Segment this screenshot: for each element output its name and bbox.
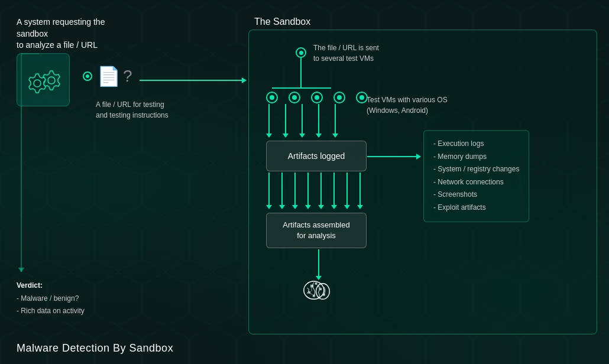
info-box: - Execution logs - Memory dumps - System… <box>423 130 529 222</box>
verdict-item-2: - Rich data on activity <box>17 305 85 317</box>
svg-rect-6 <box>319 288 322 290</box>
file-icon: 📄 <box>97 65 121 87</box>
vm-dot-1 <box>266 92 278 103</box>
h-line-vms <box>272 87 331 89</box>
arrow-assembled-down <box>316 249 322 280</box>
arrow-down2-line-1 <box>268 173 270 205</box>
vm-dot-4 <box>333 92 345 103</box>
info-item-3: - System / registry changes <box>433 163 519 176</box>
svg-rect-7 <box>308 291 310 294</box>
file-label: A file / URL for testing and testing ins… <box>96 99 169 121</box>
arrow-down2-7 <box>344 173 350 209</box>
arrow-down2-line-2 <box>281 173 283 205</box>
arrow-down-3 <box>299 104 305 138</box>
arrow-to-info-box <box>367 156 420 157</box>
arrow-assembled-line <box>318 249 319 276</box>
arrow-down-4 <box>316 104 322 138</box>
brain-icon <box>302 277 332 307</box>
artifacts-logged-box: Artifacts logged <box>266 141 367 171</box>
file-dot-circle <box>83 72 92 81</box>
arrows-down-to-assembled <box>266 173 363 209</box>
arrow-down-line-5 <box>335 104 336 134</box>
sandbox-title: The Sandbox <box>254 17 310 27</box>
send-dot <box>296 47 306 58</box>
arrow-down2-line-3 <box>294 173 296 205</box>
artifacts-logged-label: Artifacts logged <box>288 151 345 161</box>
artifacts-assembled-box: Artifacts assembled for analysis <box>266 213 367 248</box>
arrow-down2-5 <box>318 173 324 209</box>
artifacts-assembled-label: Artifacts assembled for analysis <box>283 220 349 241</box>
arrow-down-head-1 <box>266 134 272 138</box>
arrow-down2-2 <box>279 173 285 209</box>
arrow-down2-head-3 <box>292 205 298 209</box>
arrow-down2-1 <box>266 173 272 209</box>
gear-icon-box <box>17 53 70 106</box>
question-mark: ? <box>123 67 132 86</box>
arrow-down2-head-5 <box>318 205 324 209</box>
svg-line-12 <box>310 294 313 295</box>
arrow-down-line-3 <box>302 104 303 134</box>
vm-dots-row <box>266 92 368 103</box>
arrow-down2-8 <box>357 173 363 209</box>
vm-dot-5 <box>356 92 368 103</box>
arrow-down-2 <box>283 104 289 138</box>
arrow-down-line-1 <box>268 104 270 134</box>
brain-icon-box <box>302 277 332 307</box>
info-item-1: - Execution logs <box>433 138 519 151</box>
file-url-area: 📄 ? <box>83 65 132 87</box>
arrow-down2-line-7 <box>346 173 348 205</box>
info-item-2: - Memory dumps <box>433 151 519 164</box>
arrow-down-line-2 <box>285 104 286 134</box>
arrow-down2-3 <box>292 173 298 209</box>
v-line-to-vms <box>300 58 302 87</box>
arrow-down2-head-1 <box>266 205 272 209</box>
gear-icon <box>25 64 61 96</box>
page-title: Malware Detection By Sandbox <box>17 342 173 355</box>
left-section-title: A system requesting the sandbox to analy… <box>17 17 135 51</box>
svg-point-0 <box>48 77 55 84</box>
arrow-down-head-5 <box>332 134 338 138</box>
arrow-down2-line-6 <box>333 173 335 205</box>
arrow-down-5 <box>332 104 338 138</box>
arrows-down-vms <box>266 104 338 138</box>
arrow-down-head-3 <box>299 134 305 138</box>
arrow-down2-head-4 <box>305 205 311 209</box>
arrow-down2-line-4 <box>307 173 309 205</box>
arrow-down2-6 <box>331 173 337 209</box>
verdict-box: Verdict: - Malware / benign? - Rich data… <box>17 280 85 317</box>
info-item-5: - Screenshots <box>433 188 519 202</box>
send-label: The file / URL is sent to several test V… <box>313 43 379 64</box>
info-item-6: - Exploit artifacts <box>433 202 519 214</box>
arrow-down-head-4 <box>316 134 322 138</box>
verdict-title: Verdict: <box>17 280 85 291</box>
arrow-down-head-2 <box>283 134 289 138</box>
svg-rect-4 <box>310 285 313 288</box>
vm-dot-3 <box>311 92 323 103</box>
arrow-down2-head-7 <box>344 205 350 209</box>
verdict-item-1: - Malware / benign? <box>17 292 85 304</box>
arrow-down2-line-8 <box>359 173 361 205</box>
svg-rect-8 <box>323 294 325 296</box>
svg-rect-5 <box>315 282 318 285</box>
arrow-to-sandbox <box>140 80 246 81</box>
arrow-down-line-4 <box>318 104 319 134</box>
arrow-down2-head-2 <box>279 205 285 209</box>
svg-rect-9 <box>313 295 315 297</box>
arrow-down-1 <box>266 104 272 138</box>
arrow-down2-head-8 <box>357 205 363 209</box>
info-item-4: - Network connections <box>433 176 519 189</box>
arrow-down2-head-6 <box>331 205 337 209</box>
arrow-down2-line-5 <box>320 173 322 205</box>
vm-dot-2 <box>289 92 300 103</box>
arrow-down2-4 <box>305 173 311 209</box>
vm-label: Test VMs with various OS (Windows, Andro… <box>367 95 448 116</box>
